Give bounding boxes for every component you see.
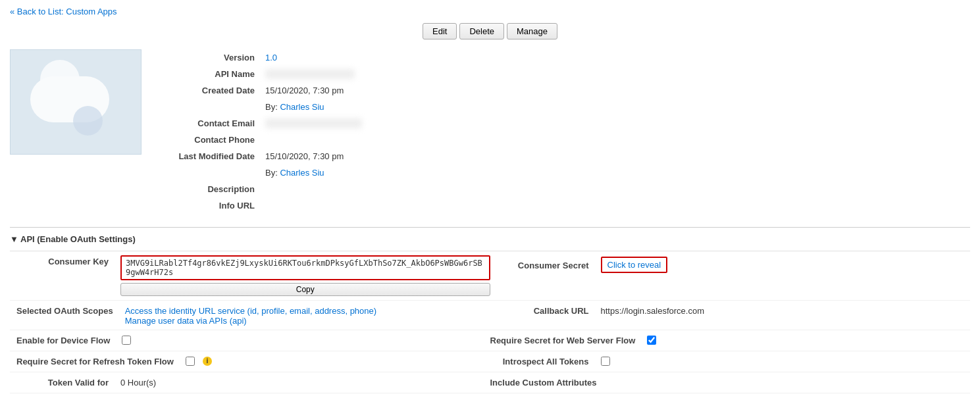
consumer-key-area: Consumer Key 3MVG9iLRabl2Tf4gr86vkEZj9Lx… bbox=[16, 255, 490, 296]
last-modified-by-label bbox=[155, 164, 260, 181]
oauth-scopes-row: Selected OAuth Scopes Access the identit… bbox=[10, 301, 970, 330]
copy-button[interactable]: Copy bbox=[120, 283, 490, 296]
consumer-key-value-area: 3MVG9iLRabl2Tf4gr86vkEZj9LxyskUi6RKTou6r… bbox=[120, 255, 490, 296]
callback-url-value: https://login.salesforce.com bbox=[601, 305, 964, 316]
created-by-label bbox=[155, 99, 260, 115]
refresh-token-checkbox[interactable] bbox=[186, 357, 195, 366]
info-icon: i bbox=[203, 357, 212, 366]
consumer-secret-link[interactable]: Click to reveal bbox=[601, 257, 668, 273]
consumer-key-row: Consumer Key 3MVG9iLRabl2Tf4gr86vkEZj9Lx… bbox=[10, 251, 970, 301]
callback-url-label: Callback URL bbox=[490, 305, 596, 316]
delete-button[interactable]: Delete bbox=[459, 23, 504, 39]
api-name-label: API Name bbox=[155, 66, 260, 82]
api-section-toggle[interactable]: ▼ API (Enable OAuth Settings) bbox=[10, 234, 136, 244]
created-by-prefix: By: bbox=[265, 102, 280, 112]
consumer-key-value: 3MVG9iLRabl2Tf4gr86vkEZj9LxyskUi6RKTou6r… bbox=[120, 255, 490, 280]
info-url-value bbox=[260, 197, 970, 214]
refresh-token-area: Require Secret for Refresh Token Flow i bbox=[16, 355, 490, 366]
refresh-token-row: Require Secret for Refresh Token Flow i … bbox=[10, 351, 970, 372]
introspect-tokens-checkbox[interactable] bbox=[601, 357, 610, 366]
introspect-tokens-area: Introspect All Tokens bbox=[490, 355, 964, 366]
api-name-value: ██████_████████ bbox=[260, 66, 970, 82]
token-valid-label: Token Valid for bbox=[16, 376, 115, 388]
oauth-scope-line2: Manage user data via APIs (api) bbox=[125, 316, 490, 326]
edit-button[interactable]: Edit bbox=[423, 23, 457, 39]
api-name-blurred: ██████_████████ bbox=[265, 69, 355, 79]
oauth-scopes-value: Access the identity URL service (id, pro… bbox=[125, 305, 490, 326]
version-value: 1.0 bbox=[260, 49, 970, 66]
description-value bbox=[260, 181, 970, 197]
contact-email-label: Contact Email bbox=[155, 115, 260, 132]
app-logo bbox=[10, 49, 142, 155]
device-flow-area: Enable for Device Flow bbox=[16, 334, 490, 345]
token-valid-row: Token Valid for 0 Hour(s) Include Custom… bbox=[10, 372, 970, 393]
require-secret-web-area: Require Secret for Web Server Flow bbox=[490, 334, 964, 345]
token-valid-area: Token Valid for 0 Hour(s) bbox=[16, 376, 490, 388]
created-date-value: 15/10/2020, 7:30 pm bbox=[260, 82, 970, 99]
details-table: Version 1.0 API Name ██████_████████ Cre… bbox=[155, 49, 970, 214]
include-custom-label: Include Custom Attributes bbox=[490, 376, 604, 388]
token-valid-value: 0 Hour(s) bbox=[120, 376, 490, 388]
last-modified-by-prefix: By: bbox=[265, 168, 280, 178]
api-section-header: ▼ API (Enable OAuth Settings) bbox=[10, 234, 970, 244]
refresh-token-label: Require Secret for Refresh Token Flow bbox=[16, 355, 180, 366]
description-label: Description bbox=[155, 181, 260, 197]
device-flow-label: Enable for Device Flow bbox=[16, 334, 116, 345]
created-by-value: By: Charles Siu bbox=[260, 99, 970, 115]
device-flow-checkbox[interactable] bbox=[122, 336, 131, 345]
consumer-secret-label: Consumer Secret bbox=[490, 259, 596, 270]
created-by-link[interactable]: Charles Siu bbox=[280, 102, 324, 112]
created-date-label: Created Date bbox=[155, 82, 260, 99]
last-modified-by-link[interactable]: Charles Siu bbox=[280, 168, 324, 178]
contact-phone-value bbox=[260, 132, 970, 148]
version-label: Version bbox=[155, 49, 260, 66]
oauth-scope-line1: Access the identity URL service (id, pro… bbox=[125, 306, 490, 316]
manage-button[interactable]: Manage bbox=[507, 23, 557, 39]
require-secret-web-checkbox[interactable] bbox=[647, 336, 656, 345]
info-url-label: Info URL bbox=[155, 197, 260, 214]
oauth-scopes-label: Selected OAuth Scopes bbox=[16, 305, 120, 316]
consumer-key-label: Consumer Key bbox=[16, 255, 115, 266]
consumer-secret-area: Consumer Secret Click to reveal bbox=[490, 255, 964, 273]
section-divider bbox=[10, 227, 970, 228]
last-modified-by-value: By: Charles Siu bbox=[260, 164, 970, 181]
toolbar: Edit Delete Manage bbox=[10, 23, 970, 39]
contact-email-blurred: ████████████████ bbox=[265, 118, 362, 128]
main-content: Version 1.0 API Name ██████_████████ Cre… bbox=[10, 49, 970, 214]
callback-url-area: Callback URL https://login.salesforce.co… bbox=[490, 305, 964, 316]
oauth-scopes-area: Selected OAuth Scopes Access the identit… bbox=[16, 305, 490, 326]
introspect-tokens-label: Introspect All Tokens bbox=[490, 355, 596, 366]
last-modified-label: Last Modified Date bbox=[155, 148, 260, 164]
contact-email-value: ████████████████ bbox=[260, 115, 970, 132]
last-modified-value: 15/10/2020, 7:30 pm bbox=[260, 148, 970, 164]
cloud-icon bbox=[30, 76, 109, 122]
include-custom-area: Include Custom Attributes bbox=[490, 376, 964, 388]
require-secret-web-label: Require Secret for Web Server Flow bbox=[490, 334, 642, 345]
contact-phone-label: Contact Phone bbox=[155, 132, 260, 148]
api-section: ▼ API (Enable OAuth Settings) Consumer K… bbox=[10, 234, 970, 393]
device-flow-row: Enable for Device Flow Require Secret fo… bbox=[10, 330, 970, 351]
back-link[interactable]: « Back to List: Custom Apps bbox=[10, 7, 117, 16]
